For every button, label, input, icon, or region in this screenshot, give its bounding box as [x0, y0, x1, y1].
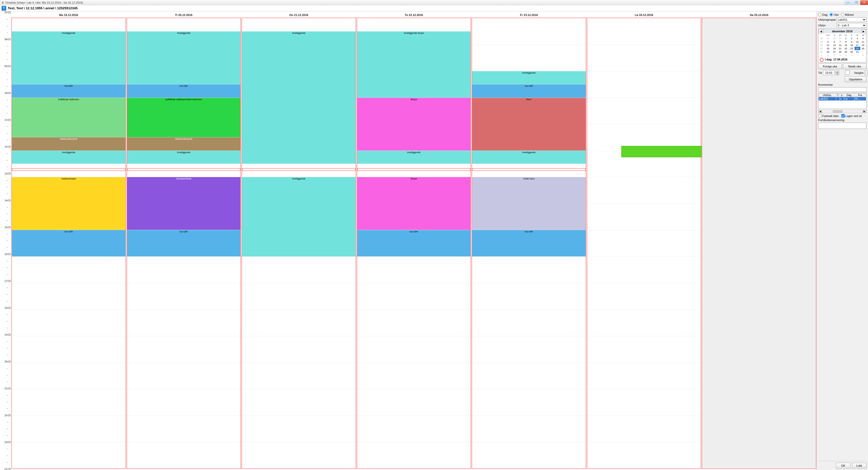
grid-header[interactable]: UtsGrp. — [819, 93, 836, 97]
calendar-day[interactable]: 22 — [843, 47, 849, 50]
calendar-event[interactable]: Kun ØH — [472, 84, 586, 97]
calendar-event[interactable]: Biopsi — [357, 177, 471, 230]
calendar-event[interactable]: Holter barn — [472, 177, 586, 230]
day-column[interactable] — [702, 18, 816, 469]
calendar-event[interactable]: Kun ØH — [127, 84, 241, 97]
minimize-button[interactable]: — — [844, 0, 852, 5]
grid-scrollbar[interactable]: ◀ ▶ — [818, 110, 866, 113]
calendar-day[interactable]: 29 — [843, 50, 849, 54]
radio-dag[interactable]: Dag — [818, 13, 828, 16]
forrige-uke-button[interactable]: Forrige uke — [818, 64, 842, 69]
calendar-day[interactable]: 7 — [855, 54, 860, 57]
ok-button[interactable]: OK — [836, 463, 850, 468]
calendar-day[interactable]: 17 — [855, 43, 860, 47]
calendar-event[interactable]: Barn — [472, 98, 586, 151]
calendar-day[interactable]: 24 — [855, 47, 860, 50]
day-column[interactable]: InneliggendeKun ØHBarnInneliggendeHolter… — [472, 18, 586, 469]
lagreved-check[interactable]: Lagre ved ok — [841, 114, 862, 118]
calendar-event[interactable] — [621, 146, 703, 157]
calendar-event[interactable]: Inneliggende — [242, 177, 355, 256]
utstyr-select[interactable]: 0 - Lab 3 — [836, 23, 866, 28]
grid-header[interactable]: s — [840, 93, 844, 97]
calendar-event[interactable]: Inneliggende — [127, 31, 241, 84]
maximize-button[interactable]: ❐ — [852, 0, 860, 5]
grid-cell[interactable]: 24.... — [854, 97, 866, 101]
grid-header[interactable]: Fra — [854, 93, 866, 97]
kommentar-input[interactable] — [818, 87, 866, 92]
tid-down[interactable]: ▼ — [835, 73, 839, 75]
calendar-day[interactable]: 14 — [837, 43, 843, 47]
calendar-event[interactable]: Tyriodea/Testis — [127, 177, 241, 230]
reservations-grid[interactable]: UtsGrp.fsDagFraLab3ULsLø24.... — [818, 93, 866, 109]
lukk-button[interactable]: Lukk — [852, 463, 866, 468]
calendar-event[interactable]: Inneliggende — [12, 151, 125, 164]
calendar-day[interactable]: 20 — [832, 47, 837, 50]
calendar-day[interactable]: 19 — [824, 47, 832, 50]
day-column[interactable]: Inneliggende biopsiBiopsiInneliggendeBio… — [356, 18, 471, 469]
radio-uke[interactable]: Uke — [830, 13, 839, 16]
grid-cell[interactable]: Lab3UL — [819, 97, 836, 101]
calendar-day[interactable]: 26 — [824, 50, 832, 54]
forhands-input[interactable] — [818, 123, 866, 129]
calendar-event[interactable]: Kun ØH — [127, 230, 241, 256]
today-label[interactable]: I dag: 17.06.2016 — [825, 58, 847, 61]
day-column[interactable]: InneliggendeKun ØHPoliklinisk Abd/UrinvM… — [11, 18, 126, 469]
radio-maned[interactable]: Måned — [841, 13, 854, 16]
calendar-day[interactable]: 8 — [843, 40, 849, 43]
calendar-day[interactable]: 13 — [832, 43, 837, 47]
calendar-day[interactable]: 27 — [832, 50, 837, 54]
calendar-event[interactable]: Kun ØH — [357, 230, 471, 256]
calendar-day[interactable]: 1 — [843, 37, 849, 40]
calendar-day[interactable]: 18 — [860, 43, 866, 47]
calendar-day[interactable]: 5 — [843, 54, 849, 57]
calendar-day[interactable]: 31 — [855, 50, 860, 54]
calendar-event[interactable]: Melanomkontroll — [127, 137, 241, 150]
calendar-event[interactable]: Kun ØH — [12, 230, 125, 256]
calendar-day[interactable]: 1 — [860, 50, 866, 54]
day-column[interactable]: InneliggendeInneliggende — [242, 18, 356, 469]
varighe-input[interactable] — [865, 70, 868, 75]
grid-header[interactable]: Dag — [844, 93, 854, 97]
calendar-event[interactable]: Inneliggende — [12, 31, 125, 84]
month-prev-button[interactable]: ◀ — [819, 29, 823, 33]
calendar-day[interactable]: 12 — [824, 43, 832, 47]
grid-cell[interactable]: s — [840, 97, 844, 101]
calendar-day[interactable]: 15 — [843, 43, 849, 47]
calendar-event[interactable]: Kun ØH — [12, 84, 125, 97]
scroll-thumb[interactable] — [833, 110, 842, 113]
scroll-right[interactable]: ▶ — [863, 110, 866, 113]
neste-uke-button[interactable]: Neste uke — [843, 64, 867, 69]
calendar-day[interactable]: 2 — [849, 37, 854, 40]
varighe-check[interactable] — [842, 70, 853, 75]
month-next-button[interactable]: ▶ — [861, 29, 866, 33]
calendar-event[interactable]: Poliklinisk Abd/Urinv — [12, 98, 125, 137]
calendar-day[interactable]: 28 — [837, 50, 843, 54]
calendar-day[interactable]: 21 — [837, 47, 843, 50]
fastsatt-check[interactable]: Fastsatt dato — [818, 114, 839, 118]
utstyrsgruppe-select[interactable]: Lab3UL — [836, 17, 866, 22]
scroll-left[interactable]: ◀ — [818, 110, 822, 113]
calendar-event[interactable]: Inneliggende — [472, 71, 586, 84]
oppdatere-button[interactable]: Oppdatere — [845, 76, 866, 82]
tid-input[interactable] — [823, 70, 834, 75]
calendar-day[interactable]: 4 — [860, 37, 866, 40]
calendar-event[interactable]: Inneliggende — [242, 31, 355, 164]
calendar-day[interactable]: 10 — [855, 40, 860, 43]
calendar-event[interactable]: poliklinisk Galleopr/Abd/Aorta/Urinv — [127, 98, 241, 137]
calendar-event[interactable]: Biopsi — [357, 98, 471, 151]
day-column[interactable]: InneliggendeKun ØHpoliklinisk Galleopr/A… — [127, 18, 241, 469]
calendar-event[interactable]: Melanomkontroll — [12, 137, 125, 150]
calendar-day[interactable]: 9 — [849, 40, 854, 43]
day-column[interactable] — [587, 18, 702, 469]
calendar-day[interactable]: 30 — [849, 50, 854, 54]
close-button[interactable]: ✕ — [860, 0, 868, 5]
calendar-day[interactable]: 6 — [832, 40, 837, 43]
calendar-event[interactable]: Inneliggende — [472, 151, 586, 164]
calendar-day[interactable]: 3 — [832, 54, 837, 57]
calendar-event[interactable]: Halskar/dopler — [12, 177, 125, 230]
grid-header[interactable]: f — [836, 93, 839, 97]
calendar-day[interactable]: 16 — [849, 43, 854, 47]
calendar-day[interactable]: 5 — [824, 40, 832, 43]
calendar-event[interactable]: Inneliggende — [127, 151, 241, 164]
tid-up[interactable]: ▲ — [835, 70, 839, 73]
